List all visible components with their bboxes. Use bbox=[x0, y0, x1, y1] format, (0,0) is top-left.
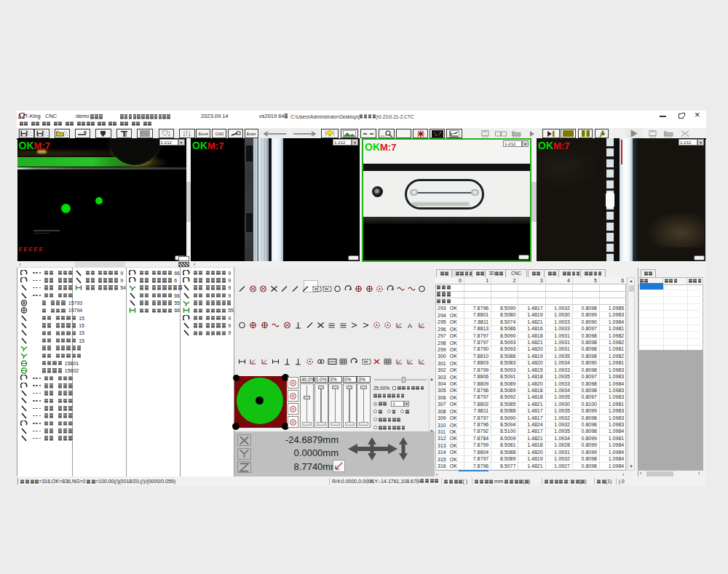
svg-text:A: A bbox=[408, 322, 412, 330]
